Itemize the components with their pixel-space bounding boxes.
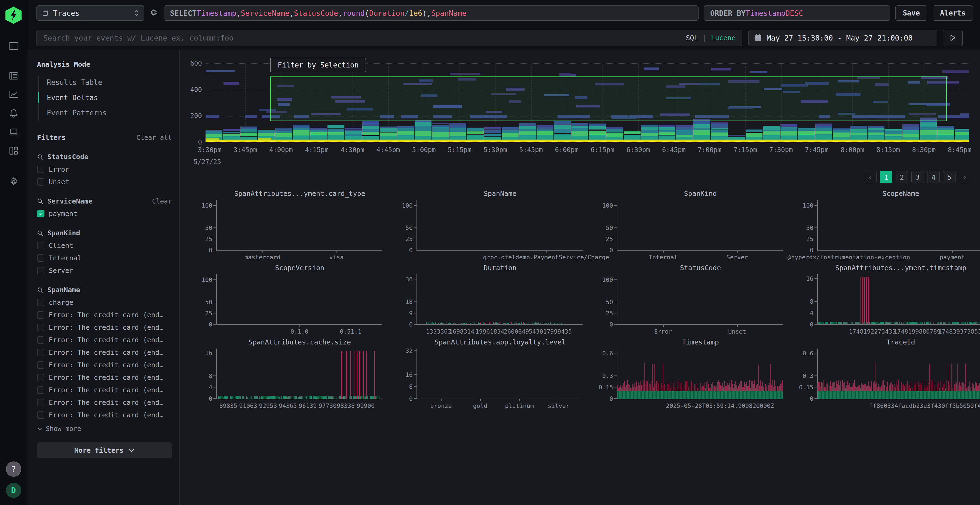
filter-option[interactable]: Client bbox=[37, 241, 172, 249]
delta-chart-2[interactable]: SpanKind10050250InternalServer bbox=[591, 187, 791, 261]
hyperdx-logo-icon[interactable] bbox=[5, 6, 22, 24]
filter-option[interactable]: Error: The credit card (end… bbox=[37, 411, 172, 419]
search-logs-icon[interactable] bbox=[9, 72, 19, 80]
page-button-5[interactable]: 5 bbox=[943, 171, 956, 183]
more-filters-button[interactable]: More filters bbox=[37, 442, 172, 458]
delta-chart-0[interactable]: SpanAttributes...yment.card_type10050250… bbox=[190, 187, 390, 261]
checkbox[interactable] bbox=[37, 178, 45, 186]
chart-ytick: 0 bbox=[409, 247, 413, 254]
checkbox[interactable] bbox=[37, 166, 45, 173]
chart-ytick: 25 bbox=[606, 310, 613, 316]
checkbox[interactable] bbox=[37, 242, 45, 249]
show-more-link[interactable]: Show more bbox=[37, 425, 172, 433]
date-range-picker[interactable]: May 27 15:30:00 - May 27 21:00:00 bbox=[748, 30, 937, 46]
page-button-3[interactable]: 3 bbox=[912, 171, 924, 183]
facet-clear-link[interactable]: Clear bbox=[152, 197, 172, 205]
page-prev-button[interactable]: ‹ bbox=[864, 171, 877, 183]
checkbox[interactable] bbox=[37, 324, 45, 331]
dashboards-icon[interactable] bbox=[9, 146, 18, 155]
query-settings-gear-icon[interactable] bbox=[150, 9, 158, 17]
filter-option[interactable]: ✓payment bbox=[37, 210, 172, 218]
delta-chart-1[interactable]: SpanName10050250grpc.oteldemo.PaymentSer… bbox=[390, 187, 591, 261]
checkbox[interactable] bbox=[37, 254, 45, 262]
delta-chart-11[interactable]: TraceId0.60.30.150ff860334facdb23d3f430f… bbox=[791, 335, 980, 410]
checkbox[interactable] bbox=[37, 361, 45, 369]
checkbox[interactable]: ✓ bbox=[37, 210, 45, 218]
chart-xtick: grpc.oteldemo.PaymentService/Charge bbox=[483, 254, 609, 260]
filter-option[interactable]: Error: The credit card (end… bbox=[37, 336, 172, 344]
panel-toggle-icon[interactable] bbox=[9, 42, 19, 50]
checkbox[interactable] bbox=[37, 386, 45, 394]
filter-option[interactable]: Error: The credit card (end… bbox=[37, 349, 172, 356]
filter-option[interactable]: Error bbox=[37, 165, 172, 173]
order-by-input[interactable]: ORDER BY Timestamp DESC bbox=[704, 5, 890, 21]
filter-option[interactable]: charge bbox=[37, 299, 172, 306]
filter-by-selection-tooltip[interactable]: Filter by Selection bbox=[270, 58, 366, 72]
checkbox[interactable] bbox=[37, 399, 45, 406]
page-button-2[interactable]: 2 bbox=[896, 171, 908, 183]
help-button[interactable]: ? bbox=[6, 462, 21, 477]
code-token: Duration bbox=[369, 9, 404, 17]
delta-chart-10[interactable]: Timestamp0.60.30.1502025-05-28T03:59:14.… bbox=[591, 335, 791, 410]
filter-option[interactable]: Internal bbox=[37, 254, 172, 262]
events-timeline-chart[interactable]: 6004002000 Filter by Selection 3:30pm3:4… bbox=[180, 49, 980, 186]
chart-ytick: 100 bbox=[202, 202, 212, 209]
page-next-button[interactable]: › bbox=[959, 171, 971, 183]
filter-option[interactable]: Server bbox=[37, 267, 172, 275]
delta-chart-7[interactable]: SpanAttributes...yment.timestamp16840174… bbox=[791, 261, 980, 335]
analysis-mode-item[interactable]: Event Patterns bbox=[39, 105, 172, 121]
chart-ytick: 0 bbox=[209, 395, 212, 402]
chart-title: Duration bbox=[390, 264, 591, 274]
filter-option[interactable]: Error: The credit card (end… bbox=[37, 311, 172, 319]
chart-ytick: 0 bbox=[609, 395, 613, 402]
delta-chart-5[interactable]: Duration36189013333631698314199618342600… bbox=[390, 261, 591, 335]
save-button[interactable]: Save bbox=[895, 5, 927, 21]
sql-mode-toggle[interactable]: SQL bbox=[686, 34, 698, 42]
mode-divider: | bbox=[703, 34, 707, 42]
filter-option[interactable]: Error: The credit card (end… bbox=[37, 373, 172, 381]
code-token: ) bbox=[422, 9, 426, 17]
source-select[interactable]: Traces bbox=[37, 5, 144, 21]
timeline-xtick: 7:00pm bbox=[698, 146, 721, 154]
analysis-mode-item[interactable]: Event Deltas bbox=[39, 90, 172, 105]
delta-chart-6[interactable]: StatusCode10050250ErrorUnset bbox=[591, 261, 791, 335]
checkbox[interactable] bbox=[37, 267, 45, 274]
chart-xtick: 19961834 bbox=[476, 328, 504, 335]
filter-option[interactable]: Error: The credit card (end… bbox=[37, 324, 172, 332]
settings-gear-icon[interactable] bbox=[9, 177, 19, 187]
alerts-button[interactable]: Alerts bbox=[932, 5, 973, 21]
analysis-mode-item[interactable]: Results Table bbox=[39, 75, 172, 90]
chart-xtick: 1748393738536 bbox=[939, 328, 980, 335]
chart-selection-box[interactable] bbox=[270, 76, 947, 121]
chart-explorer-icon[interactable] bbox=[9, 91, 19, 98]
lucene-mode-toggle[interactable]: Lucene bbox=[711, 34, 735, 42]
checkbox[interactable] bbox=[37, 411, 45, 419]
code-token: SELECT bbox=[170, 9, 197, 17]
code-token: StatusCode bbox=[294, 9, 338, 17]
delta-chart-3[interactable]: ScopeName10050250@hyperdx/instrumentatio… bbox=[791, 187, 980, 261]
code-token: Timestamp bbox=[197, 9, 236, 17]
delta-chart-8[interactable]: SpanAttributes.cache.size168408983591063… bbox=[190, 335, 390, 410]
checkbox[interactable] bbox=[37, 336, 45, 344]
page-button-4[interactable]: 4 bbox=[927, 171, 940, 183]
page-button-1[interactable]: 1 bbox=[880, 171, 892, 183]
user-avatar[interactable]: D bbox=[6, 483, 21, 498]
checkbox[interactable] bbox=[37, 349, 45, 356]
filter-option[interactable]: Error: The credit card (end… bbox=[37, 399, 172, 407]
filter-option[interactable]: Error: The credit card (end… bbox=[37, 361, 172, 369]
select-query-input[interactable]: SELECT Timestamp,ServiceName,StatusCode,… bbox=[164, 5, 698, 21]
filter-option[interactable]: Error: The credit card (end… bbox=[37, 386, 172, 394]
search-input[interactable]: Search your events w/ Lucene ex. column:… bbox=[37, 30, 742, 46]
filter-option[interactable]: Unset bbox=[37, 178, 172, 186]
code-token: , bbox=[426, 9, 431, 17]
run-query-button[interactable] bbox=[943, 30, 963, 46]
delta-chart-9[interactable]: SpanAttributes.app.loyalty.level321680br… bbox=[390, 335, 591, 410]
checkbox[interactable] bbox=[37, 311, 45, 319]
sessions-laptop-icon[interactable] bbox=[8, 128, 19, 136]
alerts-bell-icon[interactable] bbox=[9, 109, 18, 118]
checkbox[interactable] bbox=[37, 299, 45, 306]
checkbox[interactable] bbox=[37, 374, 45, 381]
clear-all-link[interactable]: Clear all bbox=[136, 134, 172, 141]
delta-chart-4[interactable]: ScopeVersion100502500.1.00.51.1 bbox=[190, 261, 390, 335]
filters-title: Filters bbox=[37, 133, 65, 141]
